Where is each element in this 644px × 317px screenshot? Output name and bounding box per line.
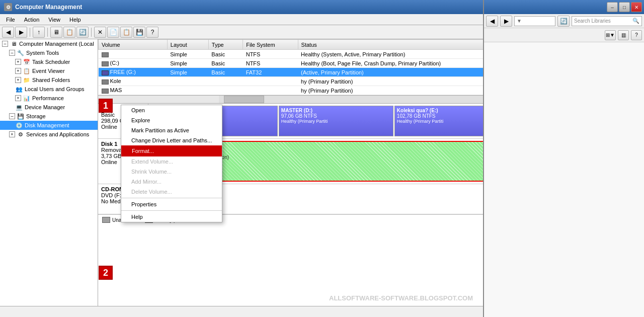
event-viewer-expander[interactable]: + [15, 68, 21, 74]
shared-folders-icon: 📁 [23, 76, 31, 84]
cell-fs: NTFS [243, 59, 298, 68]
app-icon: ⚙ [4, 3, 12, 11]
cell-layout: Simple [167, 50, 208, 59]
system-tools-label: System Tools [26, 50, 59, 56]
task-sched-label: Task Scheduler [32, 59, 70, 65]
storage-icon: 💾 [17, 112, 25, 120]
tree-storage[interactable]: – 💾 Storage [0, 112, 98, 121]
explorer-address-bar[interactable]: ▼ [514, 16, 555, 26]
search-box[interactable]: Search Libraries 🔍 [572, 16, 642, 26]
view-help-btn[interactable]: ? [631, 30, 642, 40]
system-tools-icon: 🔧 [17, 49, 25, 57]
back-button[interactable]: ◀ [2, 27, 14, 38]
tree-local-users[interactable]: 👥 Local Users and Groups [0, 85, 98, 94]
local-users-icon: 👥 [15, 85, 23, 93]
tree-event-viewer[interactable]: + 📋 Event Viewer [0, 66, 98, 75]
system-tools-expander[interactable]: – [9, 50, 15, 56]
shared-folders-label: Shared Folders [32, 77, 70, 83]
device-manager-icon: 💻 [15, 103, 23, 111]
services-expander[interactable]: + [9, 131, 15, 137]
explorer-forward[interactable]: ▶ [500, 16, 512, 27]
menu-action[interactable]: Action [20, 16, 44, 24]
explorer-min[interactable]: – [607, 2, 618, 12]
event-viewer-label: Event Viewer [32, 68, 65, 74]
cell-layout: Simple [167, 68, 208, 77]
context-menu: Open Explore Mark Partition as Active Ch… [121, 105, 222, 222]
stop-btn[interactable]: ✕ [94, 27, 106, 38]
copy-btn[interactable]: 📄 [107, 27, 119, 38]
volume-table-container: Volume Layout Type File System Status Ca… [98, 39, 546, 96]
cell-layout: Simple [167, 59, 208, 68]
tree-shared-folders[interactable]: + 📁 Shared Folders [0, 75, 98, 85]
tree-services-apps[interactable]: + ⚙ Services and Applications [0, 130, 98, 139]
ctx-help[interactable]: Help [121, 212, 222, 222]
tree-performance[interactable]: + 📊 Performance [0, 94, 98, 103]
performance-icon: 📊 [23, 94, 31, 102]
menu-file[interactable]: File [2, 16, 19, 24]
ctx-format[interactable]: Format... [121, 145, 222, 156]
cell-volume: FREE (G:) [99, 68, 168, 77]
menu-help[interactable]: Help [65, 16, 85, 24]
refresh-btn[interactable]: 🔄 [76, 27, 89, 38]
cell-type: Basic [208, 68, 243, 77]
col-fs[interactable]: File System [243, 40, 298, 50]
cell-fs [243, 77, 298, 86]
paste-btn[interactable]: 📋 [120, 27, 132, 38]
volume-table: Volume Layout Type File System Status Ca… [98, 39, 546, 95]
app-title: Computer Management [15, 4, 82, 11]
partition-d[interactable]: MASTER (D:) 97,06 GB NTFS Healthy (Prima… [279, 106, 393, 136]
device-manager-label: Device Manager [25, 104, 65, 110]
help-btn2[interactable]: ? [146, 27, 158, 38]
table-row[interactable]: MAS hy (Primary Partition) 97 [99, 86, 546, 95]
services-icon: ⚙ [17, 130, 25, 138]
explorer-back[interactable]: ◀ [486, 16, 498, 27]
root-expander[interactable]: – [2, 41, 8, 47]
menu-view[interactable]: View [44, 16, 64, 24]
cell-volume: (C:) [99, 59, 168, 68]
computer-icon: 🖥 [10, 40, 18, 48]
local-users-label: Local Users and Groups [25, 86, 85, 92]
ctx-add-mirror: Add Mirror... [121, 177, 222, 187]
explorer-refresh[interactable]: 🔄 [557, 16, 570, 27]
tree-system-tools[interactable]: – 🔧 System Tools [0, 48, 98, 57]
properties-btn[interactable]: 📋 [63, 27, 75, 38]
event-viewer-icon: 📋 [23, 67, 31, 75]
table-row[interactable]: Kole hy (Primary Partition) 10 [99, 77, 546, 86]
partition-d-status: Healthy (Primary Partiti [281, 119, 391, 124]
storage-expander[interactable]: – [9, 113, 15, 119]
ctx-change-drive[interactable]: Change Drive Letter and Paths... [121, 135, 222, 145]
show-hide-btn[interactable]: 🖥 [50, 27, 62, 38]
services-label: Services and Applications [26, 131, 89, 137]
toolbar-sep-3 [91, 28, 92, 37]
tree-disk-management[interactable]: 💿 Disk Management [0, 121, 98, 130]
table-row[interactable]: FREE (G:) Simple Basic FAT32 (Active, Pr… [99, 68, 546, 77]
shared-folders-expander[interactable]: + [15, 77, 21, 83]
col-volume[interactable]: Volume [99, 40, 168, 50]
performance-expander[interactable]: + [15, 95, 21, 101]
view-pane-btn[interactable]: ▥ [618, 30, 629, 40]
view-layout-btn[interactable]: ⊞▼ [605, 30, 616, 40]
ctx-open[interactable]: Open [121, 105, 222, 115]
storage-label: Storage [26, 113, 46, 119]
tree-task-scheduler[interactable]: + 📅 Task Scheduler [0, 57, 98, 66]
tree-device-manager[interactable]: 💻 Device Manager [0, 103, 98, 112]
task-sched-expander[interactable]: + [15, 59, 21, 65]
tree-root[interactable]: – 🖥 Computer Management (Local [0, 39, 98, 48]
cell-volume [99, 50, 168, 59]
cell-type [208, 77, 243, 86]
explorer-close[interactable]: ✕ [631, 2, 642, 12]
ctx-explore[interactable]: Explore [121, 115, 222, 125]
up-button[interactable]: ↑ [33, 27, 45, 38]
export-btn[interactable]: 💾 [133, 27, 145, 38]
explorer-max[interactable]: □ [619, 2, 630, 12]
explorer-title: – □ ✕ [484, 0, 644, 14]
col-type[interactable]: Type [208, 40, 243, 50]
ctx-properties[interactable]: Properties [121, 199, 222, 209]
ctx-mark-active[interactable]: Mark Partition as Active [121, 125, 222, 135]
ctx-extend: Extend Volume... [121, 156, 222, 167]
table-row[interactable]: (C:) Simple Basic NTFS Healthy (Boot, Pa… [99, 59, 546, 68]
forward-button[interactable]: ▶ [15, 27, 27, 38]
col-layout[interactable]: Layout [167, 40, 208, 50]
partition-d-label: MASTER (D:) [281, 108, 391, 113]
table-row[interactable]: Simple Basic NTFS Healthy (System, Activ… [99, 50, 546, 59]
